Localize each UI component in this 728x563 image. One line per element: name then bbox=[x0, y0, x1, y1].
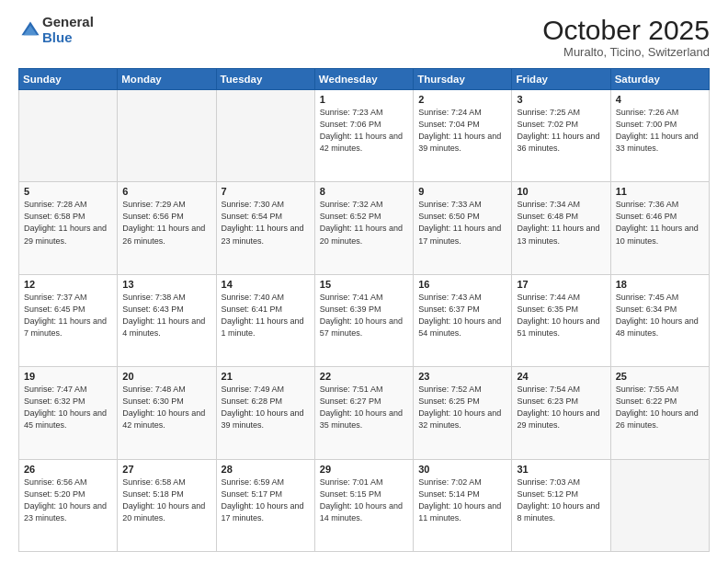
day-number: 4 bbox=[616, 94, 704, 105]
calendar-cell bbox=[610, 459, 709, 551]
calendar-week-row: 26Sunrise: 6:56 AMSunset: 5:20 PMDayligh… bbox=[19, 459, 710, 551]
calendar-cell: 30Sunrise: 7:02 AMSunset: 5:14 PMDayligh… bbox=[414, 459, 512, 551]
day-info: Sunrise: 6:58 AMSunset: 5:18 PMDaylight:… bbox=[122, 477, 210, 524]
day-number: 6 bbox=[122, 186, 210, 197]
calendar-cell: 11Sunrise: 7:36 AMSunset: 6:46 PMDayligh… bbox=[610, 182, 709, 274]
title-block: October 2025 Muralto, Ticino, Switzerlan… bbox=[542, 15, 710, 59]
calendar-header-friday: Friday bbox=[512, 69, 610, 90]
day-info: Sunrise: 7:25 AMSunset: 7:02 PMDaylight:… bbox=[517, 107, 605, 155]
day-number: 25 bbox=[616, 371, 704, 382]
logo-general-text: General bbox=[42, 15, 94, 30]
day-info: Sunrise: 7:55 AMSunset: 6:22 PMDaylight:… bbox=[616, 384, 704, 431]
day-info: Sunrise: 7:40 AMSunset: 6:41 PMDaylight:… bbox=[222, 292, 310, 339]
day-info: Sunrise: 7:24 AMSunset: 7:04 PMDaylight:… bbox=[418, 107, 506, 155]
day-info: Sunrise: 7:28 AMSunset: 6:58 PMDaylight:… bbox=[24, 199, 112, 247]
logo-blue-text: Blue bbox=[42, 30, 94, 46]
day-info: Sunrise: 7:37 AMSunset: 6:45 PMDaylight:… bbox=[24, 292, 112, 339]
day-info: Sunrise: 7:34 AMSunset: 6:48 PMDaylight:… bbox=[517, 199, 605, 247]
day-info: Sunrise: 7:38 AMSunset: 6:43 PMDaylight:… bbox=[122, 292, 210, 339]
page: General Blue October 2025 Muralto, Ticin… bbox=[0, 0, 728, 563]
calendar-cell: 13Sunrise: 7:38 AMSunset: 6:43 PMDayligh… bbox=[118, 274, 216, 366]
calendar-cell: 15Sunrise: 7:41 AMSunset: 6:39 PMDayligh… bbox=[314, 274, 413, 366]
calendar-cell: 2Sunrise: 7:24 AMSunset: 7:04 PMDaylight… bbox=[414, 90, 512, 182]
day-info: Sunrise: 7:43 AMSunset: 6:37 PMDaylight:… bbox=[418, 292, 506, 339]
day-info: Sunrise: 7:33 AMSunset: 6:50 PMDaylight:… bbox=[418, 199, 506, 247]
calendar-cell: 31Sunrise: 7:03 AMSunset: 5:12 PMDayligh… bbox=[512, 459, 610, 551]
calendar-cell: 20Sunrise: 7:48 AMSunset: 6:30 PMDayligh… bbox=[118, 367, 216, 459]
day-info: Sunrise: 7:47 AMSunset: 6:32 PMDaylight:… bbox=[24, 384, 112, 431]
calendar-cell: 25Sunrise: 7:55 AMSunset: 6:22 PMDayligh… bbox=[610, 367, 709, 459]
calendar-cell: 21Sunrise: 7:49 AMSunset: 6:28 PMDayligh… bbox=[216, 367, 314, 459]
day-info: Sunrise: 7:30 AMSunset: 6:54 PMDaylight:… bbox=[222, 199, 310, 247]
calendar-cell bbox=[19, 90, 118, 182]
calendar-cell: 18Sunrise: 7:45 AMSunset: 6:34 PMDayligh… bbox=[610, 274, 709, 366]
calendar-cell: 22Sunrise: 7:51 AMSunset: 6:27 PMDayligh… bbox=[314, 367, 413, 459]
logo-text: General Blue bbox=[42, 15, 94, 45]
day-info: Sunrise: 7:45 AMSunset: 6:34 PMDaylight:… bbox=[616, 292, 704, 339]
calendar-cell: 7Sunrise: 7:30 AMSunset: 6:54 PMDaylight… bbox=[216, 182, 314, 274]
day-number: 11 bbox=[616, 186, 704, 197]
day-number: 3 bbox=[517, 94, 605, 105]
calendar-cell: 14Sunrise: 7:40 AMSunset: 6:41 PMDayligh… bbox=[216, 274, 314, 366]
day-number: 30 bbox=[418, 464, 506, 475]
day-number: 14 bbox=[222, 279, 310, 290]
location: Muralto, Ticino, Switzerland bbox=[542, 45, 710, 59]
calendar-cell bbox=[118, 90, 216, 182]
day-number: 7 bbox=[222, 186, 310, 197]
day-number: 22 bbox=[320, 371, 408, 382]
day-number: 12 bbox=[24, 279, 112, 290]
logo: General Blue bbox=[18, 15, 94, 45]
day-info: Sunrise: 7:26 AMSunset: 7:00 PMDaylight:… bbox=[616, 107, 704, 155]
logo-icon bbox=[20, 20, 40, 40]
day-number: 8 bbox=[320, 186, 408, 197]
day-info: Sunrise: 7:48 AMSunset: 6:30 PMDaylight:… bbox=[122, 384, 210, 431]
day-info: Sunrise: 7:32 AMSunset: 6:52 PMDaylight:… bbox=[320, 199, 408, 247]
calendar-header-tuesday: Tuesday bbox=[216, 69, 314, 90]
calendar-header-monday: Monday bbox=[118, 69, 216, 90]
header: General Blue October 2025 Muralto, Ticin… bbox=[18, 15, 710, 59]
calendar-cell: 3Sunrise: 7:25 AMSunset: 7:02 PMDaylight… bbox=[512, 90, 610, 182]
day-info: Sunrise: 7:51 AMSunset: 6:27 PMDaylight:… bbox=[320, 384, 408, 431]
calendar-cell: 24Sunrise: 7:54 AMSunset: 6:23 PMDayligh… bbox=[512, 367, 610, 459]
calendar-week-row: 12Sunrise: 7:37 AMSunset: 6:45 PMDayligh… bbox=[19, 274, 710, 366]
day-number: 27 bbox=[122, 464, 210, 475]
day-number: 21 bbox=[222, 371, 310, 382]
day-number: 18 bbox=[616, 279, 704, 290]
day-number: 9 bbox=[418, 186, 506, 197]
day-info: Sunrise: 7:52 AMSunset: 6:25 PMDaylight:… bbox=[418, 384, 506, 431]
day-info: Sunrise: 6:59 AMSunset: 5:17 PMDaylight:… bbox=[222, 477, 310, 524]
day-number: 1 bbox=[320, 94, 408, 105]
calendar-cell: 10Sunrise: 7:34 AMSunset: 6:48 PMDayligh… bbox=[512, 182, 610, 274]
calendar-cell: 27Sunrise: 6:58 AMSunset: 5:18 PMDayligh… bbox=[118, 459, 216, 551]
calendar-cell: 16Sunrise: 7:43 AMSunset: 6:37 PMDayligh… bbox=[414, 274, 512, 366]
day-number: 28 bbox=[222, 464, 310, 475]
calendar-header-wednesday: Wednesday bbox=[314, 69, 413, 90]
day-info: Sunrise: 7:54 AMSunset: 6:23 PMDaylight:… bbox=[517, 384, 605, 431]
calendar-cell: 6Sunrise: 7:29 AMSunset: 6:56 PMDaylight… bbox=[118, 182, 216, 274]
day-number: 31 bbox=[517, 464, 605, 475]
day-number: 20 bbox=[122, 371, 210, 382]
day-number: 2 bbox=[418, 94, 506, 105]
day-number: 24 bbox=[517, 371, 605, 382]
day-number: 15 bbox=[320, 279, 408, 290]
calendar-cell: 9Sunrise: 7:33 AMSunset: 6:50 PMDaylight… bbox=[414, 182, 512, 274]
calendar-cell: 17Sunrise: 7:44 AMSunset: 6:35 PMDayligh… bbox=[512, 274, 610, 366]
calendar-cell: 1Sunrise: 7:23 AMSunset: 7:06 PMDaylight… bbox=[314, 90, 413, 182]
calendar-cell: 5Sunrise: 7:28 AMSunset: 6:58 PMDaylight… bbox=[19, 182, 118, 274]
day-info: Sunrise: 7:41 AMSunset: 6:39 PMDaylight:… bbox=[320, 292, 408, 339]
day-number: 10 bbox=[517, 186, 605, 197]
day-number: 5 bbox=[24, 186, 112, 197]
calendar-header-sunday: Sunday bbox=[19, 69, 118, 90]
calendar-cell: 28Sunrise: 6:59 AMSunset: 5:17 PMDayligh… bbox=[216, 459, 314, 551]
calendar-cell bbox=[216, 90, 314, 182]
month-title: October 2025 bbox=[542, 15, 710, 45]
calendar-cell: 26Sunrise: 6:56 AMSunset: 5:20 PMDayligh… bbox=[19, 459, 118, 551]
calendar-week-row: 1Sunrise: 7:23 AMSunset: 7:06 PMDaylight… bbox=[19, 90, 710, 182]
calendar-week-row: 19Sunrise: 7:47 AMSunset: 6:32 PMDayligh… bbox=[19, 367, 710, 459]
day-info: Sunrise: 7:49 AMSunset: 6:28 PMDaylight:… bbox=[222, 384, 310, 431]
calendar-cell: 23Sunrise: 7:52 AMSunset: 6:25 PMDayligh… bbox=[414, 367, 512, 459]
day-number: 19 bbox=[24, 371, 112, 382]
calendar-cell: 12Sunrise: 7:37 AMSunset: 6:45 PMDayligh… bbox=[19, 274, 118, 366]
day-info: Sunrise: 7:02 AMSunset: 5:14 PMDaylight:… bbox=[418, 477, 506, 524]
day-number: 16 bbox=[418, 279, 506, 290]
